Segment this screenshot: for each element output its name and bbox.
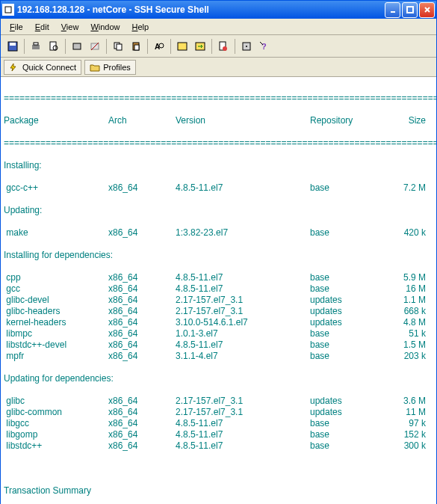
menu-view[interactable]: View — [55, 21, 85, 33]
transfer-icon[interactable] — [192, 38, 208, 55]
svg-rect-11 — [73, 43, 81, 49]
menu-edit[interactable]: Edit — [29, 21, 55, 33]
svg-rect-8 — [34, 43, 38, 45]
minimize-button[interactable] — [385, 2, 400, 18]
close-button[interactable] — [419, 2, 435, 18]
separator — [170, 39, 171, 54]
table-row: gccx86_644.8.5-11.el7base16 M — [4, 283, 433, 295]
log-icon[interactable] — [215, 38, 232, 55]
table-row: glibc-headersx86_642.17-157.el7_3.1updat… — [4, 306, 433, 317]
svg-point-23 — [223, 46, 227, 51]
toolbar: A ? — [1, 35, 436, 58]
table-row: libgompx86_644.8.5-11.el7base152 k — [4, 429, 433, 440]
hr: ========================================… — [4, 93, 433, 104]
svg-text:?: ? — [261, 42, 267, 51]
table-row: makex86_641:3.82-23.el7base420 k — [4, 227, 433, 239]
table-row: glibc-commonx86_642.17-157.el7_3.1update… — [4, 407, 433, 418]
separator — [24, 39, 25, 54]
print-icon[interactable] — [28, 38, 44, 55]
table-row: glibc-develx86_642.17-157.el7_3.1updates… — [4, 295, 433, 306]
terminal[interactable]: ========================================… — [1, 77, 436, 504]
quick-connect-button[interactable]: Quick Connect — [4, 60, 81, 75]
menubar: File Edit View Window Help — [1, 19, 436, 35]
quick-connect-label: Quick Connect — [22, 63, 76, 72]
preview-icon[interactable] — [46, 38, 62, 55]
svg-rect-15 — [117, 44, 122, 50]
connect-icon[interactable] — [69, 38, 85, 55]
section-upddep: Updating for dependencies: — [4, 373, 433, 384]
titlebar: 192.168.128.128 - netCore - SSH Secure S… — [1, 1, 436, 19]
separator — [106, 39, 107, 54]
separator — [147, 39, 148, 54]
svg-rect-7 — [32, 45, 40, 49]
window-title: 192.168.128.128 - netCore - SSH Secure S… — [17, 4, 383, 15]
section-instdep: Installing for dependencies: — [4, 250, 433, 261]
separator — [65, 39, 66, 54]
app-icon — [2, 4, 14, 16]
svg-point-25 — [246, 46, 247, 47]
table-row: libmpcx86_641.0.1-3.el7base51 k — [4, 328, 433, 339]
find-icon[interactable]: A — [151, 38, 167, 55]
transaction-summary: Transaction Summary — [4, 485, 433, 497]
menu-help[interactable]: Help — [126, 21, 155, 33]
svg-rect-20 — [178, 43, 187, 50]
table-row: mpfrx86_643.1.1-4.el7base203 k — [4, 351, 433, 362]
table-row: libstdc++x86_644.8.5-11.el7base300 k — [4, 440, 433, 452]
settings-icon[interactable] — [238, 38, 255, 55]
copy-icon[interactable] — [110, 38, 126, 55]
table-row: kernel-headersx86_643.10.0-514.6.1.el7up… — [4, 317, 433, 328]
quickbar: Quick Connect Profiles — [1, 58, 436, 77]
menu-window[interactable]: Window — [84, 21, 125, 33]
paste-icon[interactable] — [128, 38, 144, 55]
section-installing: Installing: — [4, 160, 433, 171]
menu-file[interactable]: File — [4, 21, 29, 33]
svg-rect-17 — [134, 45, 139, 50]
terminal-icon[interactable] — [174, 38, 190, 55]
section-updating: Updating: — [4, 205, 433, 216]
disconnect-icon[interactable] — [87, 38, 103, 55]
table-row: libgccx86_644.8.5-11.el7base97 k — [4, 418, 433, 429]
profiles-button[interactable]: Profiles — [84, 60, 136, 75]
help-icon[interactable]: ? — [256, 38, 273, 55]
lightning-icon — [9, 63, 19, 72]
profiles-label: Profiles — [103, 63, 131, 72]
folder-icon — [90, 63, 100, 72]
svg-rect-0 — [5, 7, 11, 13]
table-row: libstdc++-develx86_644.8.5-11.el7base1.5… — [4, 339, 433, 351]
separator — [235, 39, 235, 54]
maximize-button[interactable] — [402, 2, 418, 18]
table-row: glibcx86_642.17-157.el7_3.1updates3.6 M — [4, 396, 433, 407]
svg-rect-2 — [407, 7, 413, 13]
save-icon[interactable] — [4, 38, 21, 55]
table-header: PackageArchVersionRepositorySize — [4, 115, 433, 126]
table-row: gcc-c++x86_644.8.5-11.el7base7.2 M — [4, 182, 433, 194]
hr: ========================================… — [4, 138, 433, 149]
separator — [211, 39, 212, 54]
table-row: cppx86_644.8.5-11.el7base5.9 M — [4, 272, 433, 283]
svg-rect-6 — [10, 43, 16, 46]
